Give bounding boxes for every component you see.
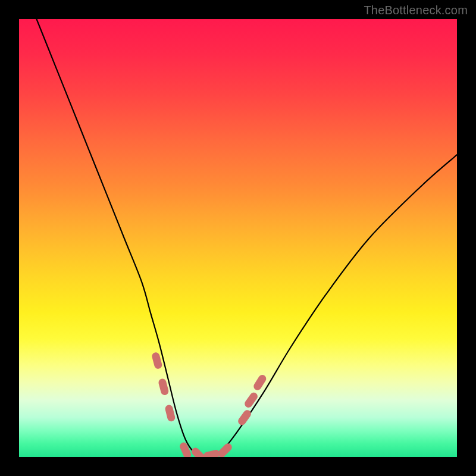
- curve-marker: [216, 441, 233, 457]
- plot-area: [19, 19, 457, 457]
- curve-marker: [164, 404, 176, 422]
- curve-marker: [158, 378, 170, 396]
- bottleneck-curve: [19, 19, 457, 457]
- chart-svg: [19, 19, 457, 457]
- curve-marker: [243, 391, 259, 409]
- curve-marker: [178, 441, 192, 457]
- curve-marker: [151, 352, 163, 369]
- watermark-text: TheBottleneck.com: [364, 4, 468, 17]
- curve-marker: [237, 409, 253, 427]
- chart-frame: TheBottleneck.com: [0, 0, 476, 476]
- curve-markers: [151, 352, 268, 457]
